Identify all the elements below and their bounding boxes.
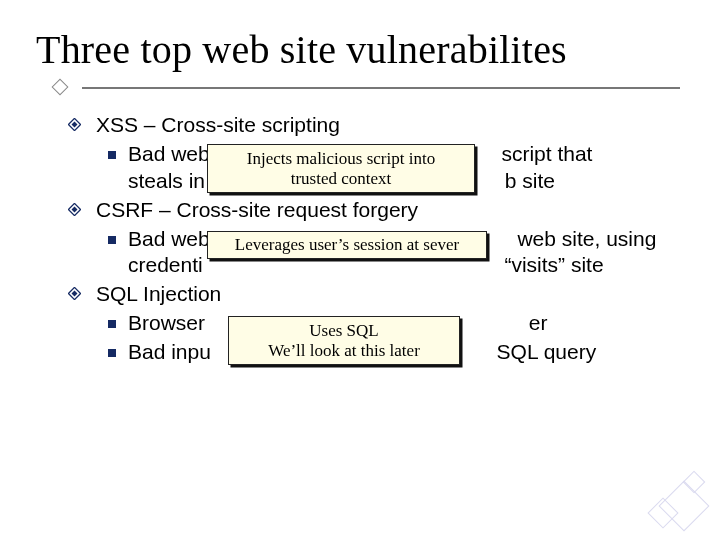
diamond-icon: [52, 79, 69, 96]
callout-xss: Injects malicious script into trusted co…: [207, 144, 475, 193]
heading-text: SQL Injection: [96, 282, 221, 305]
callout-csrf: Leverages user’s session at sever: [207, 231, 487, 259]
callout-line: Leverages user’s session at sever: [235, 235, 459, 254]
text-pre2: credenti: [128, 253, 203, 276]
square-bullet-icon: [108, 151, 116, 159]
text-post: er: [529, 311, 548, 334]
diamond-bullet-icon: [68, 203, 81, 216]
text-post2: b site: [505, 169, 555, 192]
text-post: script that: [501, 142, 592, 165]
text-post: SQL query: [497, 340, 597, 363]
slide: Three top web site vulnerabilites XSS – …: [0, 0, 720, 540]
heading-text: XSS – Cross-site scripting: [96, 113, 340, 136]
text-pre: Bad inpu: [128, 340, 211, 363]
callout-line: Uses SQL: [309, 321, 378, 340]
text-post: web site, using: [517, 227, 656, 250]
corner-decoration: [642, 464, 712, 534]
diamond-bullet-icon: [68, 287, 81, 300]
callout-line: We’ll look at this later: [268, 341, 420, 360]
text-pre: Bad web: [128, 142, 210, 165]
underline-dash: [82, 87, 680, 89]
section-heading-xss: XSS – Cross-site scripting: [72, 112, 670, 139]
square-bullet-icon: [108, 320, 116, 328]
section-heading-csrf: CSRF – Cross-site request forgery: [72, 197, 670, 224]
callout-line: Injects malicious script into: [247, 149, 435, 168]
callout-sql: Uses SQL We’ll look at this later: [228, 316, 460, 365]
square-bullet-icon: [108, 236, 116, 244]
diamond-bullet-icon: [68, 118, 81, 131]
slide-title: Three top web site vulnerabilites: [36, 26, 567, 73]
text-pre2: steals in: [128, 169, 205, 192]
text-post2: “visits” site: [504, 253, 603, 276]
section-heading-sql: SQL Injection: [72, 281, 670, 308]
text-pre: Browser: [128, 311, 205, 334]
title-underline: [54, 82, 680, 94]
text-pre: Bad web: [128, 227, 210, 250]
square-bullet-icon: [108, 349, 116, 357]
heading-text: CSRF – Cross-site request forgery: [96, 198, 418, 221]
callout-line: trusted context: [291, 169, 392, 188]
